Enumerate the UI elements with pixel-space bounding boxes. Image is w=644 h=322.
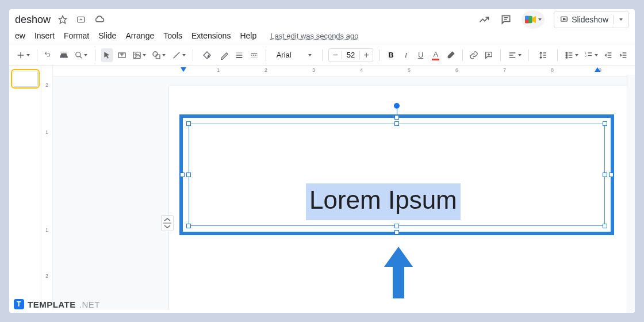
resize-handle-right-inner[interactable] (603, 172, 607, 177)
titlebar: deshow (9, 9, 635, 30)
font-size-group: − 52 + (328, 48, 373, 62)
watermark: T TEMPLATE.NET (14, 299, 100, 309)
chevron-down-icon (518, 54, 522, 56)
watermark-logo-icon: T (14, 299, 24, 309)
text-color-button[interactable]: A (430, 48, 442, 62)
svg-marker-57 (384, 247, 413, 298)
menu-view[interactable]: ew (15, 31, 25, 40)
meet-badge[interactable] (522, 10, 545, 29)
chevron-down-icon (595, 54, 598, 56)
resize-handle-left-inner[interactable] (186, 172, 191, 177)
resize-handle-left[interactable] (180, 172, 185, 177)
font-size-increase[interactable]: + (360, 50, 373, 60)
document-title[interactable]: deshow (15, 14, 51, 26)
resize-handle-tr[interactable] (603, 121, 607, 126)
move-icon[interactable] (75, 13, 87, 26)
chevron-down-icon[interactable] (619, 18, 623, 21)
indent-marker-icon[interactable] (181, 67, 186, 73)
resize-handle-tl[interactable] (186, 121, 191, 126)
trend-icon[interactable] (478, 13, 490, 26)
menu-arrange[interactable]: Arrange (125, 31, 154, 40)
doc-status-icons (56, 13, 106, 26)
shape-tool[interactable] (151, 48, 167, 62)
fill-color-button[interactable] (199, 48, 215, 62)
chevron-down-icon (84, 54, 87, 56)
select-tool[interactable] (101, 48, 113, 62)
resize-handle-right[interactable] (609, 172, 614, 177)
highlight-color-button[interactable] (445, 48, 457, 62)
border-dash-button[interactable] (248, 48, 260, 62)
underline-button[interactable]: U (415, 48, 427, 62)
canvas-area[interactable]: 1 2 3 4 5 6 7 8 9 (53, 66, 635, 310)
svg-marker-9 (564, 18, 566, 20)
menu-extensions[interactable]: Extensions (191, 31, 231, 40)
slideshow-button[interactable]: Slideshow (554, 11, 629, 28)
hruler-tick: 2 (264, 67, 267, 73)
svg-rect-21 (156, 55, 160, 59)
svg-marker-55 (595, 67, 600, 72)
cloud-icon[interactable] (93, 13, 106, 26)
slide-thumbnail-1[interactable] (13, 71, 38, 87)
image-tool[interactable] (131, 48, 147, 62)
fit-handle[interactable] (161, 215, 174, 231)
workspace: 2 1 1 2 1 2 3 4 5 6 7 8 9 (9, 66, 635, 310)
menu-help[interactable]: Help (240, 31, 256, 40)
border-weight-button[interactable] (233, 48, 245, 62)
vruler-tick: 2 (41, 82, 52, 88)
font-family-select[interactable]: Arial (272, 49, 317, 60)
svg-rect-7 (525, 20, 528, 23)
chevron-down-icon (575, 54, 578, 56)
last-edit-link[interactable]: Last edit was seconds ago (270, 32, 358, 40)
watermark-suffix: .NET (79, 300, 100, 309)
menubar: ew Insert Format Slide Arrange Tools Ext… (9, 30, 635, 44)
resize-handle-bl[interactable] (186, 224, 191, 228)
chevron-down-icon (308, 54, 312, 56)
svg-point-13 (76, 52, 80, 56)
app-window: deshow (9, 9, 635, 313)
align-button[interactable] (507, 48, 523, 62)
undo-button[interactable] (43, 48, 55, 62)
titlebar-left: deshow (15, 13, 106, 26)
line-spacing-button[interactable] (535, 48, 551, 62)
hruler-tick: 1 (217, 67, 220, 73)
bold-button[interactable]: B (385, 48, 397, 62)
vruler-tick: 1 (41, 227, 52, 233)
italic-button[interactable]: I (400, 48, 412, 62)
slide-canvas[interactable]: Lorem Ipsum (169, 86, 629, 310)
horizontal-ruler: 1 2 3 4 5 6 7 8 9 (53, 66, 635, 76)
resize-handle-top[interactable] (394, 115, 399, 120)
comment-icon[interactable] (500, 13, 512, 26)
border-color-button[interactable] (218, 48, 230, 62)
font-size-decrease[interactable]: − (329, 50, 342, 60)
bulleted-list-button[interactable] (563, 48, 579, 62)
indent-marker-right-icon[interactable] (595, 67, 600, 73)
svg-point-20 (153, 52, 158, 56)
resize-handle-top-inner[interactable] (394, 121, 399, 126)
rotate-handle[interactable] (394, 103, 400, 109)
new-slide-button[interactable] (15, 48, 31, 62)
zoom-button[interactable] (73, 48, 89, 62)
line-tool[interactable] (171, 48, 187, 62)
numbered-list-button[interactable]: 12 (583, 48, 599, 62)
resize-handle-bottom-inner[interactable] (394, 224, 399, 228)
vertical-scrollbar[interactable] (627, 75, 635, 313)
menu-slide[interactable]: Slide (98, 31, 116, 40)
menu-tools[interactable]: Tools (163, 31, 182, 40)
menu-format[interactable]: Format (64, 31, 89, 40)
print-button[interactable] (58, 48, 70, 62)
indent-decrease-button[interactable] (603, 48, 614, 62)
titlebar-right: Slideshow (478, 10, 629, 29)
star-icon[interactable] (56, 13, 69, 26)
hruler-tick: 7 (503, 67, 506, 73)
menu-insert[interactable]: Insert (34, 31, 55, 40)
resize-handle-bottom[interactable] (394, 230, 399, 235)
textbox-tool[interactable] (116, 48, 128, 62)
font-size-input[interactable]: 52 (342, 51, 360, 59)
svg-text:2: 2 (585, 54, 586, 57)
textbox-content[interactable]: Lorem Ipsum (306, 183, 461, 220)
chevron-down-icon (162, 54, 166, 56)
link-button[interactable] (468, 48, 480, 62)
indent-increase-button[interactable] (618, 48, 629, 62)
add-comment-button[interactable] (483, 48, 494, 62)
resize-handle-br[interactable] (603, 224, 607, 228)
